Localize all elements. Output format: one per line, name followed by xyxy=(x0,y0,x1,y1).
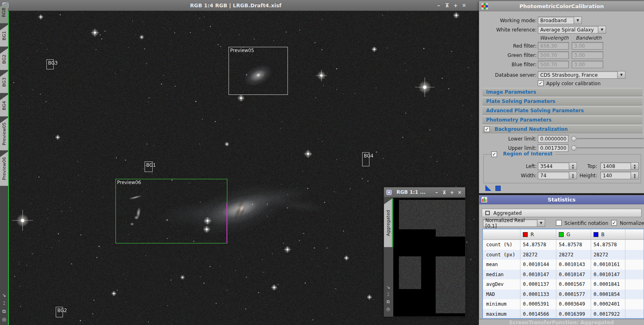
tab-aggregated[interactable]: Aggregated xyxy=(384,199,392,247)
working-mode-label: Working mode: xyxy=(479,18,537,23)
bandwidth-header: Bandwidth xyxy=(576,35,602,41)
close-button[interactable]: ✕ xyxy=(460,2,468,8)
red-swatch xyxy=(523,232,528,237)
roi-height-field[interactable]: 140 xyxy=(600,172,631,179)
dropdown-icon[interactable]: ▼ xyxy=(598,26,606,34)
bg4-rect[interactable]: BG4 xyxy=(362,152,369,166)
aggregated-toggle-label: Aggregated xyxy=(493,210,522,216)
target-icon[interactable]: ◎ xyxy=(2,317,6,322)
table-row: minimum0.00053910.00036490.0002401 xyxy=(483,299,644,309)
blue-filter-label: Blue filter: xyxy=(479,62,537,67)
green-bandwidth-field[interactable]: 3.00 xyxy=(572,51,603,59)
aggregated-toggle-icon xyxy=(485,211,490,215)
range-select[interactable]: Normalized Real [0,1] xyxy=(483,219,537,227)
roi-top-field[interactable]: 1408 xyxy=(600,162,631,170)
roi-top-label: Top: xyxy=(547,164,597,169)
scientific-notation-checkbox[interactable] xyxy=(556,220,562,226)
bg1-label: BG1 xyxy=(146,162,156,168)
fit-view-icon[interactable]: ⌶ xyxy=(387,292,390,297)
blue-bandwidth-field[interactable]: 3.00 xyxy=(572,61,603,68)
apply-color-calibration-label: Apply color calibration xyxy=(546,81,601,86)
fit-view-icon[interactable]: ⌶ xyxy=(2,300,5,306)
window-icon[interactable] xyxy=(386,190,392,195)
blue-wavelength-field[interactable]: 500.70 xyxy=(538,61,569,68)
lower-limit-slider-thumb[interactable] xyxy=(571,136,577,141)
clone-view-icon[interactable]: ⧉ xyxy=(2,308,6,314)
section-background-neutralization[interactable]: Background Neutralization xyxy=(482,125,642,133)
red-wavelength-field[interactable]: 656.30 xyxy=(538,42,569,50)
shade-button[interactable]: ⊼ xyxy=(443,2,451,8)
background-neutralization-checkbox[interactable]: ✓ xyxy=(484,126,490,132)
resize-icon[interactable]: ↘ xyxy=(2,292,6,298)
target-icon[interactable]: ◎ xyxy=(386,306,390,312)
table-row: mean0.00101440.00101430.0010161 xyxy=(483,260,644,270)
section-advanced-plate-solving[interactable]: Advanced Plate Solving Parameters xyxy=(482,107,642,115)
section-image-parameters[interactable]: Image Parameters xyxy=(482,88,642,96)
tab-preview05[interactable]: Preview05 xyxy=(0,117,8,151)
aggregated-view-canvas[interactable] xyxy=(393,198,465,317)
statistics-icon xyxy=(481,197,487,203)
pcc-title: PhotometricColorCalibration xyxy=(479,3,644,9)
table-row: MAD0.00011330.00015770.0001854 xyxy=(483,289,644,300)
region-of-interest-checkbox[interactable]: ✓ xyxy=(491,151,497,157)
tab-preview06[interactable]: Preview06 xyxy=(0,151,8,186)
aggregated-toggle[interactable]: Aggregated xyxy=(482,209,642,217)
minimize-button[interactable]: – xyxy=(434,2,443,8)
resize-icon[interactable]: ↘ xyxy=(386,285,390,290)
bg3-label: BG3 xyxy=(48,60,58,66)
lower-limit-field[interactable]: 0.0000000 xyxy=(538,135,568,143)
statistics-title: Statistics xyxy=(479,197,644,203)
table-row: median0.00101470.00101470.0010147 xyxy=(483,270,644,280)
lower-limit-slider[interactable] xyxy=(577,138,644,139)
dropdown-icon[interactable]: ▼ xyxy=(618,71,625,79)
new-instance-button[interactable] xyxy=(485,185,491,191)
pixinsight-workspace: RGB 1:4 RGB | LRGB.Draft4.xisf – ⊼ + ✕ ↘… xyxy=(0,0,644,325)
pcc-titlebar[interactable]: PhotometricColorCalibration xyxy=(479,1,644,11)
green-filter-label: Green filter: xyxy=(479,52,537,58)
roi-height-spinner[interactable]: ▲▼ xyxy=(631,172,639,179)
white-reference-select[interactable]: Average Spiral Galaxy xyxy=(538,26,598,34)
apply-color-calibration-checkbox[interactable]: ✓ xyxy=(538,80,543,86)
statistics-panel: Statistics Aggregated Normalized Real [0… xyxy=(479,195,644,319)
section-plate-solving[interactable]: Plate Solving Parameters xyxy=(482,97,642,105)
roi-left-label: Left: xyxy=(479,164,537,169)
expand-button[interactable]: + xyxy=(451,2,460,8)
statistics-titlebar[interactable]: Statistics xyxy=(479,195,644,204)
main-window-title: RGB 1:4 RGB | LRGB.Draft4.xisf xyxy=(0,2,472,8)
roi-height-label: Height: xyxy=(547,173,597,178)
pcc-icon xyxy=(481,3,488,10)
statistics-table[interactable]: R G B count (%)54.8757854.8757854.87578 … xyxy=(482,229,644,319)
minimize-button[interactable]: – xyxy=(433,190,441,195)
green-swatch xyxy=(559,232,564,237)
upper-limit-slider[interactable] xyxy=(577,147,644,149)
green-wavelength-field[interactable]: 500.70 xyxy=(538,51,569,59)
bg3-rect[interactable]: BG3 xyxy=(46,59,54,69)
database-server-select[interactable]: CDS Strasbourg, France xyxy=(538,71,618,79)
bg2-label: BG2 xyxy=(57,308,67,313)
lower-limit-label: Lower limit: xyxy=(479,136,537,142)
normalized-label: Normalized xyxy=(620,220,644,226)
expand-button[interactable]: + xyxy=(448,190,456,195)
bg2-rect[interactable]: BG2 xyxy=(56,307,63,317)
close-button[interactable]: ✕ xyxy=(456,190,464,195)
section-photometry[interactable]: Photometry Parameters xyxy=(482,116,642,124)
dropdown-icon[interactable]: ▼ xyxy=(574,17,582,24)
shade-button[interactable]: ⊼ xyxy=(441,190,448,195)
pcc-dialog: PhotometricColorCalibration Working mode… xyxy=(479,1,644,193)
upper-limit-slider-thumb[interactable] xyxy=(571,145,577,151)
red-bandwidth-field[interactable]: 3.00 xyxy=(572,42,603,50)
table-header: R G B xyxy=(483,229,644,240)
apply-button[interactable] xyxy=(495,186,501,191)
preview-window[interactable]: RGB 1:1 ... – ⊼ + ✕ Aggregated ↘ ⌶ ⧉ ◎ xyxy=(384,187,466,317)
region-of-interest-title: Region of Interest xyxy=(493,151,555,157)
preview-window-titlebar[interactable]: RGB 1:1 ... – ⊼ + ✕ xyxy=(384,187,465,197)
bg1-rect[interactable]: BG1 xyxy=(145,161,153,172)
working-mode-select[interactable]: Broadband xyxy=(538,17,574,24)
blue-swatch xyxy=(594,232,598,237)
dropdown-icon[interactable]: ▼ xyxy=(537,219,545,227)
roi-top-spinner[interactable]: ▲▼ xyxy=(631,162,639,170)
clone-view-icon[interactable]: ⧉ xyxy=(387,299,390,304)
background-window-titlebar[interactable]: ScreenTransferFunction: Aggregated xyxy=(479,319,644,325)
white-reference-label: White reference: xyxy=(479,27,537,33)
normalized-checkbox[interactable]: ✓ xyxy=(611,220,617,226)
